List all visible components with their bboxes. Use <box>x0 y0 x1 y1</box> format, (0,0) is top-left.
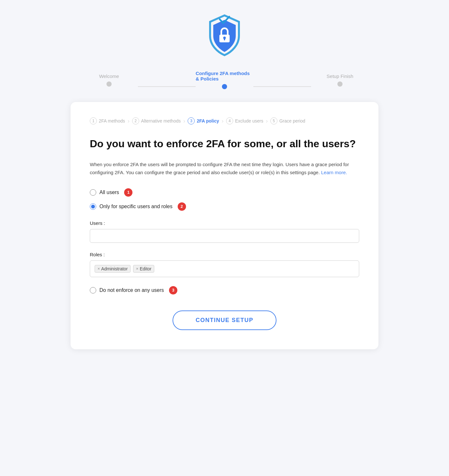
svg-rect-2 <box>224 38 225 40</box>
radio-all-users-label: All users <box>99 190 119 195</box>
step-line-2 <box>253 86 311 87</box>
radio-specific-users[interactable]: Only for specific users and roles 2 <box>90 202 359 211</box>
radio-no-enforce[interactable]: Do not enforce on any users 3 <box>90 286 359 294</box>
sub-step-2-label: Alternative methods <box>141 118 181 123</box>
roles-field-label: Roles : <box>90 252 359 257</box>
sub-step-4-num: 4 <box>226 117 233 124</box>
wizard-step-finish: Setup Finish <box>311 73 369 87</box>
separator-3: › <box>222 118 224 124</box>
roles-field-group: Roles : × Administrator × Editor <box>90 252 359 277</box>
separator-1: › <box>128 118 130 124</box>
radio-no-enforce-input[interactable] <box>90 287 96 293</box>
sub-step-5-num: 5 <box>270 117 277 124</box>
learn-more-link[interactable]: Learn more. <box>321 170 347 175</box>
radio-all-users-input[interactable] <box>90 189 96 196</box>
tag-editor: × Editor <box>133 265 154 273</box>
sub-step-3-label: 2FA policy <box>197 118 219 123</box>
wizard-step-configure-dot <box>222 84 227 89</box>
sub-step-3[interactable]: 3 2FA policy <box>188 117 219 124</box>
logo <box>205 13 244 58</box>
sub-step-4-label: Exclude users <box>235 118 263 123</box>
wizard-step-finish-dot <box>337 81 343 87</box>
sub-step-5-label: Grace period <box>279 118 305 123</box>
sub-step-1-label: 2FA methods <box>99 118 125 123</box>
radio-no-enforce-label: Do not enforce on any users <box>99 287 164 293</box>
wizard-step-welcome-label: Welcome <box>99 73 119 79</box>
tag-administrator-text: Administrator <box>101 266 128 271</box>
radio-specific-users-input[interactable] <box>90 203 96 210</box>
wizard-step-configure: Configure 2FA methods & Policies <box>196 71 253 89</box>
main-heading: Do you want to enforce 2FA for some, or … <box>90 137 359 151</box>
radio-specific-users-badge: 2 <box>178 202 186 211</box>
wizard-step-welcome: Welcome <box>80 73 138 87</box>
users-field-group: Users : <box>90 220 359 243</box>
continue-button-container: CONTINUE SETUP <box>90 310 359 330</box>
radio-group: All users 1 Only for specific users and … <box>90 188 359 211</box>
sub-steps: 1 2FA methods › 2 Alternative methods › … <box>90 117 359 124</box>
separator-4: › <box>266 118 268 124</box>
step-line-1 <box>138 86 196 87</box>
tag-administrator-remove[interactable]: × <box>97 266 100 271</box>
tag-administrator: × Administrator <box>95 265 131 273</box>
tag-editor-remove[interactable]: × <box>136 266 139 271</box>
main-card: 1 2FA methods › 2 Alternative methods › … <box>71 102 378 349</box>
radio-all-users[interactable]: All users 1 <box>90 188 359 197</box>
sub-step-5[interactable]: 5 Grace period <box>270 117 305 124</box>
roles-tags-input[interactable]: × Administrator × Editor <box>90 260 359 277</box>
sub-step-4[interactable]: 4 Exclude users <box>226 117 263 124</box>
wizard-step-welcome-dot <box>106 81 112 87</box>
wizard-steps: Welcome Configure 2FA methods & Policies… <box>80 71 369 89</box>
radio-no-enforce-badge: 3 <box>169 286 177 294</box>
separator-2: › <box>183 118 185 124</box>
radio-all-users-badge: 1 <box>124 188 132 197</box>
sub-step-1-num: 1 <box>90 117 97 124</box>
tag-editor-text: Editor <box>140 266 152 271</box>
description-text: When you enforce 2FA the users will be p… <box>90 162 349 175</box>
users-input[interactable] <box>90 229 359 243</box>
sub-step-2-num: 2 <box>132 117 139 124</box>
wizard-step-configure-label: Configure 2FA methods & Policies <box>196 71 253 81</box>
radio-specific-users-label: Only for specific users and roles <box>99 204 173 209</box>
users-field-label: Users : <box>90 220 359 226</box>
continue-setup-button[interactable]: CONTINUE SETUP <box>173 310 276 330</box>
description: When you enforce 2FA the users will be p… <box>90 160 359 177</box>
sub-step-2[interactable]: 2 Alternative methods <box>132 117 181 124</box>
sub-step-1[interactable]: 1 2FA methods <box>90 117 125 124</box>
wizard-step-finish-label: Setup Finish <box>326 73 353 79</box>
sub-step-3-num: 3 <box>188 117 195 124</box>
